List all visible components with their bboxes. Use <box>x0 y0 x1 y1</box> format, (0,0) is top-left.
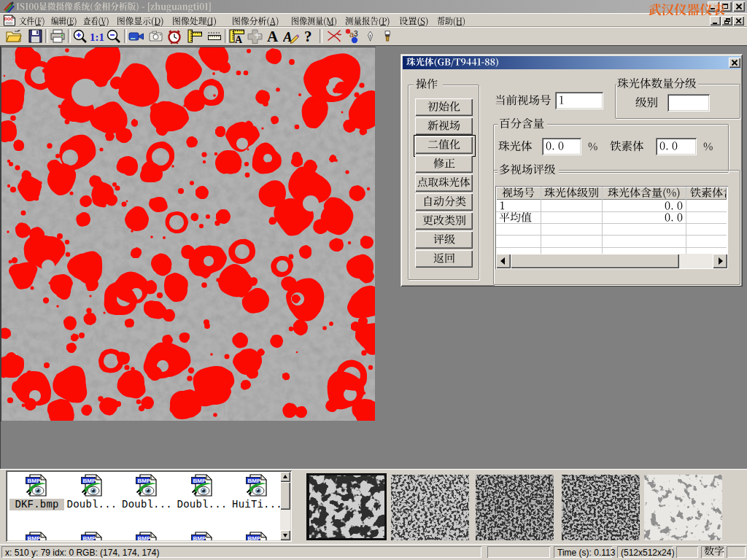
svg-text:BMP: BMP <box>193 535 206 540</box>
svg-text:1:1: 1:1 <box>90 31 104 43</box>
svg-text:?: ? <box>304 28 312 45</box>
svg-text:A: A <box>235 34 243 45</box>
svg-text:DOC: DOC <box>4 17 13 21</box>
svg-text:BMP: BMP <box>28 535 41 540</box>
svg-text:BMP: BMP <box>248 535 261 540</box>
svg-text:3: 3 <box>354 30 358 38</box>
svg-text:A: A <box>267 28 279 45</box>
svg-text:BMP: BMP <box>138 535 151 540</box>
svg-text:BMP: BMP <box>82 535 96 540</box>
